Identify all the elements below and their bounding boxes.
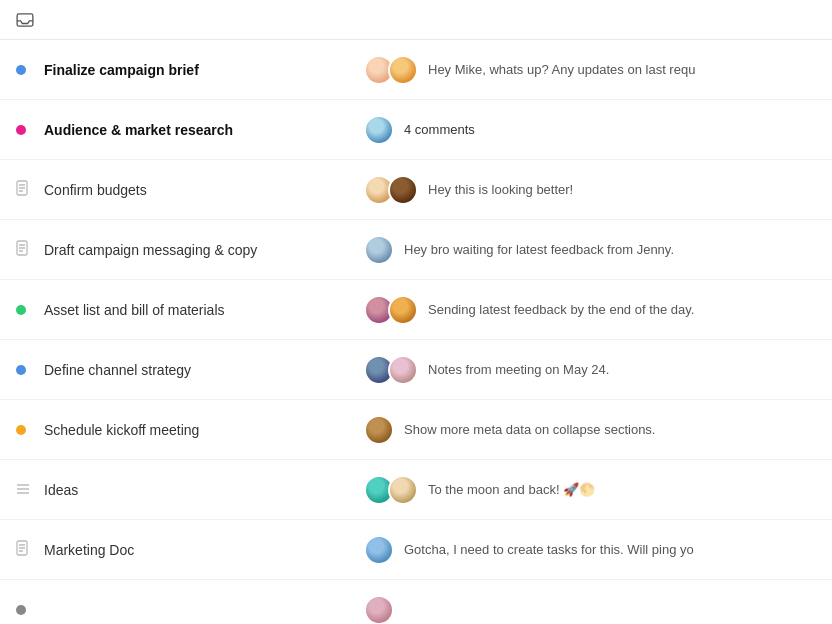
status-dot xyxy=(16,305,26,315)
comment-col: To the moon and back! 🚀🌕 xyxy=(364,475,816,505)
task-name-col: Audience & market research xyxy=(44,121,364,139)
task-name: Audience & market research xyxy=(44,122,233,138)
comment-col: Gotcha, I need to create tasks for this.… xyxy=(364,535,816,565)
avatar xyxy=(364,535,394,565)
task-icon-col xyxy=(16,483,44,497)
task-name: Define channel strategy xyxy=(44,362,191,378)
comment-text: Sending latest feedback by the end of th… xyxy=(428,302,694,317)
comment-col: Hey this is looking better! xyxy=(364,175,816,205)
task-name-col: Finalize campaign brief xyxy=(44,61,364,79)
inbox-row[interactable]: Asset list and bill of materials Sending… xyxy=(0,280,832,340)
inbox-row[interactable]: Draft campaign messaging & copy Hey bro … xyxy=(0,220,832,280)
status-dot xyxy=(16,425,26,435)
comment-text: Hey this is looking better! xyxy=(428,182,573,197)
avatar xyxy=(388,295,418,325)
task-name: Confirm budgets xyxy=(44,182,147,198)
avatars xyxy=(364,355,418,385)
status-dot xyxy=(16,125,26,135)
task-icon-col xyxy=(16,180,44,199)
inbox-row[interactable]: Confirm budgets Hey this is looking bett… xyxy=(0,160,832,220)
comment-col: Show more meta data on collapse sections… xyxy=(364,415,816,445)
task-name-col: Asset list and bill of materials xyxy=(44,301,364,319)
comment-col: 4 comments xyxy=(364,115,816,145)
avatar xyxy=(364,415,394,445)
avatar xyxy=(364,595,394,625)
comment-count: 4 comments xyxy=(404,122,475,137)
comment-text: Hey Mike, whats up? Any updates on last … xyxy=(428,62,695,77)
avatar xyxy=(388,475,418,505)
doc-icon xyxy=(16,240,30,259)
avatars xyxy=(364,535,394,565)
comment-col: Hey Mike, whats up? Any updates on last … xyxy=(364,55,816,85)
task-icon-col xyxy=(16,65,44,75)
comment-col: Sending latest feedback by the end of th… xyxy=(364,295,816,325)
task-name-col: Schedule kickoff meeting xyxy=(44,421,364,439)
task-icon-col xyxy=(16,365,44,375)
task-name: Asset list and bill of materials xyxy=(44,302,225,318)
avatar xyxy=(388,355,418,385)
comment-col: Notes from meeting on May 24. xyxy=(364,355,816,385)
svg-rect-0 xyxy=(17,13,33,25)
comment-col xyxy=(364,595,816,625)
avatars xyxy=(364,235,394,265)
task-name-col: Marketing Doc xyxy=(44,541,364,559)
comment-text: Hey bro waiting for latest feedback from… xyxy=(404,242,674,257)
doc-icon xyxy=(16,540,30,559)
avatars xyxy=(364,115,394,145)
avatars xyxy=(364,475,418,505)
comment-text: Gotcha, I need to create tasks for this.… xyxy=(404,542,694,557)
status-dot xyxy=(16,65,26,75)
task-name-col: Draft campaign messaging & copy xyxy=(44,241,364,259)
inbox-row[interactable]: Marketing Doc Gotcha, I need to create t… xyxy=(0,520,832,580)
avatars xyxy=(364,175,418,205)
lines-icon xyxy=(16,483,30,497)
comment-text: Show more meta data on collapse sections… xyxy=(404,422,655,437)
doc-icon xyxy=(16,180,30,199)
inbox-row[interactable]: Audience & market research 4 comments xyxy=(0,100,832,160)
inbox-row[interactable]: Schedule kickoff meeting Show more meta … xyxy=(0,400,832,460)
task-name-col: Ideas xyxy=(44,481,364,499)
avatar xyxy=(364,235,394,265)
inbox-row[interactable] xyxy=(0,580,832,624)
avatars xyxy=(364,295,418,325)
inbox-list: Finalize campaign brief Hey Mike, whats … xyxy=(0,40,832,624)
avatar xyxy=(364,115,394,145)
comment-col: Hey bro waiting for latest feedback from… xyxy=(364,235,816,265)
task-name: Marketing Doc xyxy=(44,542,134,558)
task-icon-col xyxy=(16,540,44,559)
comment-text: Notes from meeting on May 24. xyxy=(428,362,609,377)
header xyxy=(0,0,832,40)
inbox-row[interactable]: Ideas To the moon and back! 🚀🌕 xyxy=(0,460,832,520)
task-icon-col xyxy=(16,605,44,615)
avatars xyxy=(364,415,394,445)
task-name-col: Define channel strategy xyxy=(44,361,364,379)
inbox-row[interactable]: Finalize campaign brief Hey Mike, whats … xyxy=(0,40,832,100)
avatar xyxy=(388,55,418,85)
task-icon-col xyxy=(16,305,44,315)
inbox-row[interactable]: Define channel strategy Notes from meeti… xyxy=(0,340,832,400)
task-name: Finalize campaign brief xyxy=(44,62,199,78)
status-dot xyxy=(16,605,26,615)
comment-text: To the moon and back! 🚀🌕 xyxy=(428,482,595,497)
avatars xyxy=(364,595,394,625)
task-icon-col xyxy=(16,240,44,259)
avatars xyxy=(364,55,418,85)
avatar xyxy=(388,175,418,205)
task-icon-col xyxy=(16,125,44,135)
inbox-icon xyxy=(16,13,34,27)
task-name: Ideas xyxy=(44,482,78,498)
task-name: Schedule kickoff meeting xyxy=(44,422,199,438)
task-icon-col xyxy=(16,425,44,435)
task-name-col: Confirm budgets xyxy=(44,181,364,199)
task-name: Draft campaign messaging & copy xyxy=(44,242,257,258)
status-dot xyxy=(16,365,26,375)
